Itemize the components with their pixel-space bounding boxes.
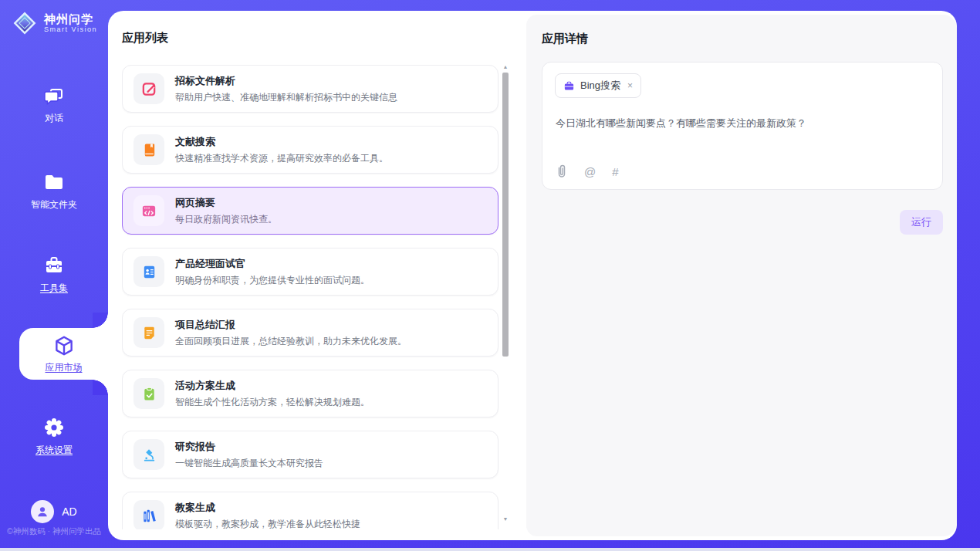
sidebar-item-settings[interactable]: 系统设置: [0, 417, 108, 457]
app-icon-tile: [133, 256, 164, 287]
clipboard-check-icon: [141, 386, 157, 402]
app-card[interactable]: 教案生成 模板驱动，教案秒成，教学准备从此轻松快捷: [122, 492, 498, 529]
app-list-scrollbar[interactable]: ▲ ▼: [502, 63, 509, 523]
research-icon: [141, 447, 157, 463]
app-description: 每日政府新闻资讯快查。: [175, 213, 277, 226]
app-icon-tile: [133, 317, 164, 348]
brand-subtitle: Smart Vision: [44, 25, 97, 34]
app-card[interactable]: 产品经理面试官 明确身份和职责，为您提供专业性的面试问题。: [122, 248, 498, 296]
app-description: 快速精准查找学术资源，提高研究效率的必备工具。: [175, 152, 388, 165]
avatar: [31, 500, 54, 523]
app-title: 研究报告: [175, 440, 323, 454]
book-icon: [141, 142, 157, 158]
app-title: 活动方案生成: [175, 379, 370, 393]
edit-square-icon: [141, 81, 157, 97]
at-icon[interactable]: @: [584, 165, 596, 178]
briefcase-icon: [563, 80, 575, 92]
app-description: 模板驱动，教案秒成，教学准备从此轻松快捷: [175, 518, 360, 530]
app-detail-title: 应用详情: [542, 32, 588, 46]
app-card[interactable]: 招标文件解析 帮助用户快速、准确地理解和解析招标书中的关键信息: [122, 65, 498, 113]
bubble-fillet-top: [93, 313, 108, 328]
paperclip-icon[interactable]: [556, 164, 568, 178]
brand-diamond-icon: [11, 9, 39, 37]
sidebar-item-label: 对话: [45, 113, 63, 123]
brand-name: 神州问学: [44, 12, 97, 25]
app-icon-tile: [133, 378, 164, 409]
sidebar-item-label: 系统设置: [35, 445, 73, 455]
app-title: 网页摘要: [175, 196, 277, 210]
app-card[interactable]: 网页摘要 每日政府新闻资讯快查。: [122, 187, 498, 235]
app-card[interactable]: 研究报告 一键智能生成高质量长文本研究报告: [122, 431, 498, 478]
app-description: 帮助用户快速、准确地理解和解析招标书中的关键信息: [175, 91, 397, 104]
app-card[interactable]: 项目总结汇报 全面回顾项目进展，总结经验教训，助力未来优化发展。: [122, 309, 498, 357]
sidebar-item-label: 工具集: [40, 282, 68, 293]
app-icon-tile: [133, 500, 164, 529]
app-icon-tile: [133, 195, 164, 226]
app-detail-panel: 应用详情 Bing搜索 × 今日湖北有哪些新闻要点？有哪些需要关注的最新政策？: [526, 15, 957, 536]
brand-logo: 神州问学 Smart Vision: [0, 9, 108, 37]
app-description: 智能生成个性化活动方案，轻松解决规划难题。: [175, 396, 370, 409]
app-icon-tile: [133, 134, 164, 165]
sidebar-item-app-market[interactable]: 应用市场: [19, 328, 108, 380]
bubble-fillet-bottom: [93, 380, 108, 395]
sidebar-item-label: 智能文件夹: [31, 199, 77, 210]
tool-chip-label: Bing搜索: [580, 79, 620, 93]
chip-close-icon[interactable]: ×: [627, 80, 633, 91]
sidebar-footer: ©神州数码 · 神州问学出品: [0, 526, 108, 537]
cube-icon: [52, 334, 76, 357]
app-title: 招标文件解析: [175, 74, 397, 88]
user-account[interactable]: AD: [0, 500, 108, 523]
gear-icon: [43, 417, 65, 438]
composer-toolbar: @ #: [556, 164, 619, 178]
app-title: 项目总结汇报: [175, 318, 407, 332]
app-title: 文献搜索: [175, 135, 388, 149]
app-card[interactable]: 活动方案生成 智能生成个性化活动方案，轻松解决规划难题。: [122, 370, 498, 417]
prompt-input[interactable]: 今日湖北有哪些新闻要点？有哪些需要关注的最新政策？: [556, 117, 930, 130]
folder-icon: [43, 171, 65, 193]
app-title: 教案生成: [175, 501, 360, 515]
app-icon-tile: [133, 73, 164, 104]
bottom-edge-divider: [0, 548, 980, 551]
sidebar: 神州问学 Smart Vision 对话 智能文件夹: [0, 0, 108, 551]
sidebar-item-label: 应用市场: [46, 362, 83, 373]
run-button[interactable]: 运行: [900, 210, 943, 235]
interview-icon: [141, 264, 157, 280]
books-icon: [141, 508, 157, 524]
sidebar-item-toolset[interactable]: 工具集: [0, 255, 108, 295]
scrollbar-down-arrow[interactable]: ▼: [502, 516, 509, 523]
user-icon: [35, 505, 49, 519]
app-card[interactable]: 文献搜索 快速精准查找学术资源，提高研究效率的必备工具。: [122, 126, 498, 174]
app-description: 明确身份和职责，为您提供专业性的面试问题。: [175, 274, 370, 287]
sidebar-item-smart-folder[interactable]: 智能文件夹: [0, 171, 108, 211]
sidebar-item-chat[interactable]: 对话: [0, 85, 108, 125]
user-name: AD: [62, 505, 76, 518]
app-description: 一键智能生成高质量长文本研究报告: [175, 457, 323, 470]
tool-chip-bing-search[interactable]: Bing搜索 ×: [555, 73, 641, 98]
app-description: 全面回顾项目进展，总结经验教训，助力未来优化发展。: [175, 335, 407, 348]
app-title: 产品经理面试官: [175, 257, 370, 271]
toolbox-icon: [43, 255, 65, 276]
note-icon: [141, 325, 157, 341]
scrollbar-up-arrow[interactable]: ▲: [502, 63, 509, 71]
chat-icon: [43, 85, 65, 106]
app-list-title: 应用列表: [122, 31, 168, 46]
browser-code-icon: [140, 203, 157, 219]
app-window: 神州问学 Smart Vision 对话 智能文件夹: [0, 0, 980, 551]
hash-icon[interactable]: #: [612, 165, 618, 178]
app-icon-tile: [133, 439, 164, 470]
scrollbar-thumb[interactable]: [502, 73, 509, 357]
composer-card[interactable]: Bing搜索 × 今日湖北有哪些新闻要点？有哪些需要关注的最新政策？ @ #: [542, 62, 943, 190]
app-list: 招标文件解析 帮助用户快速、准确地理解和解析招标书中的关键信息 文献搜索 快速精…: [122, 63, 500, 529]
main-content: 应用列表 招标文件解析 帮助用户快速、准确地理解和解析招标书中的关键信息 文献搜…: [108, 11, 957, 540]
